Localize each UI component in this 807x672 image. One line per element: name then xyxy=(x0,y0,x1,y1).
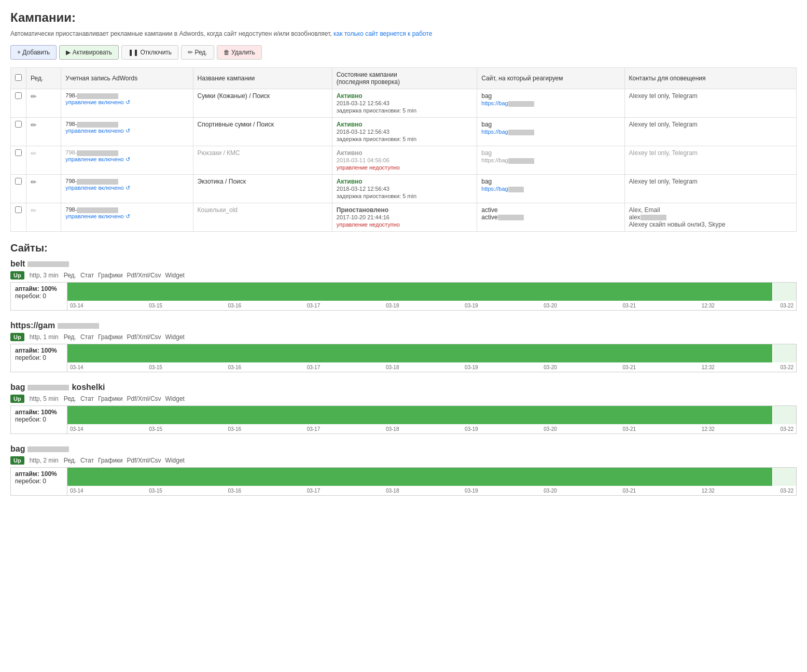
management-link[interactable]: управление включено ↺ xyxy=(65,213,130,219)
row-campaign: Спортивные сумки / Поиск xyxy=(193,118,332,146)
site-link-widget[interactable]: Widget xyxy=(165,333,185,341)
row-edit: ✏ xyxy=(26,146,61,175)
row-checkbox[interactable] xyxy=(15,92,22,99)
monitor-container: аптайм: 100% перебои: 0 03-14 03-15 03-1… xyxy=(10,405,797,434)
monitor-graph: 03-14 03-15 03-16 03-17 03-18 03-19 03-2… xyxy=(67,282,797,311)
pencil-icon[interactable]: ✏ xyxy=(31,206,37,215)
site-link-widget[interactable]: Widget xyxy=(165,457,185,464)
row-checkbox-cell xyxy=(11,89,26,118)
site-links: Ред. Стат Графики Pdf/Xml/Csv Widget xyxy=(64,395,185,402)
redacted-site-name xyxy=(27,385,69,390)
site-link-stat[interactable]: Стат xyxy=(80,333,94,341)
status-badge-up: Up xyxy=(10,333,24,341)
management-link[interactable]: управление включено ↺ xyxy=(65,185,130,191)
row-contacts: Alexey tel only, Telegram xyxy=(624,89,796,118)
select-all-checkbox[interactable] xyxy=(15,74,22,81)
header-checkbox-cell xyxy=(11,68,26,89)
site-info-row: Up http, 2 min Ред. Стат Графики Pdf/Xml… xyxy=(10,456,797,465)
row-contacts: Alexey tel only, Telegram xyxy=(624,118,796,146)
row-account: 798- управление включено ↺ xyxy=(61,89,193,118)
site-link-graphs[interactable]: Графики xyxy=(98,272,123,279)
redacted-site-name xyxy=(58,323,99,329)
uptime-value: аптайм: 100% xyxy=(15,285,63,292)
row-checkbox[interactable] xyxy=(15,206,22,213)
pencil-icon[interactable]: ✏ xyxy=(31,121,37,129)
row-account: 798- управление включено ↺ xyxy=(61,175,193,203)
row-account: 798- управление включено ↺ xyxy=(61,203,193,232)
site-link-widget[interactable]: Widget xyxy=(165,272,185,279)
site-link-pdf[interactable]: Pdf/Xml/Csv xyxy=(127,333,161,341)
subtitle-link[interactable]: как только сайт вернется к работе xyxy=(333,30,432,37)
site-link-graphs[interactable]: Графики xyxy=(98,395,123,402)
row-campaign: Сумки (Кожаные) / Поиск xyxy=(193,89,332,118)
row-contacts: Alexey tel only, Telegram xyxy=(624,175,796,203)
pencil-icon[interactable]: ✏ xyxy=(31,149,37,158)
site-link-graphs[interactable]: Графики xyxy=(98,333,123,341)
site-meta: http, 2 min xyxy=(30,457,59,464)
row-checkbox[interactable] xyxy=(15,178,22,185)
monitor-stats: аптайм: 100% перебои: 0 xyxy=(10,344,67,372)
table-row: ✏ 798- управление включено ↺ Сумки (Кожа… xyxy=(11,89,797,118)
breaks-value: перебои: 0 xyxy=(15,416,63,423)
pencil-icon[interactable]: ✏ xyxy=(31,178,37,186)
site-link-stat[interactable]: Стат xyxy=(80,272,94,279)
page-title: Кампании: xyxy=(10,10,797,25)
site-link-edit[interactable]: Ред. xyxy=(64,457,76,464)
row-account: 798- управление включено ↺ xyxy=(61,146,193,175)
site-link-edit[interactable]: Ред. xyxy=(64,333,76,341)
site-link[interactable]: https://bag xyxy=(481,157,534,163)
management-link[interactable]: управление включено ↺ xyxy=(65,99,130,105)
delete-button[interactable]: 🗑 Удалить xyxy=(217,45,262,60)
deactivate-button[interactable]: ❚❚ Отключить xyxy=(121,45,178,60)
row-status: Приостановлено 2017-10-20 21:44:16 управ… xyxy=(332,203,477,232)
site-link-pdf[interactable]: Pdf/Xml/Csv xyxy=(127,272,161,279)
row-checkbox[interactable] xyxy=(15,121,22,128)
site-link-stat[interactable]: Стат xyxy=(80,395,94,402)
row-status: Активно 2018-03-12 12:56:43 задержка при… xyxy=(332,175,477,203)
site-link-widget[interactable]: Widget xyxy=(165,395,185,402)
row-status: Активно 2018-03-12 12:56:43 задержка при… xyxy=(332,118,477,146)
site-info-row: Up http, 3 min Ред. Стат Графики Pdf/Xml… xyxy=(10,271,797,279)
monitor-stats: аптайм: 100% перебои: 0 xyxy=(10,405,67,434)
site-meta: http, 3 min xyxy=(30,272,59,279)
header-campaign: Название кампании xyxy=(193,68,332,89)
row-checkbox[interactable] xyxy=(15,149,22,156)
monitor-container: аптайм: 100% перебои: 0 03-14 03-15 03-1… xyxy=(10,344,797,372)
site-link[interactable]: https://bag xyxy=(481,186,523,192)
breaks-value: перебои: 0 xyxy=(15,478,63,485)
site-link[interactable]: https://bag xyxy=(481,129,534,135)
header-status: Состояние кампании(последняя проверка) xyxy=(332,68,477,89)
management-link[interactable]: управление включено ↺ xyxy=(65,128,130,134)
row-edit: ✏ xyxy=(26,89,61,118)
activate-button[interactable]: ▶ Активировать xyxy=(59,45,119,60)
table-row: ✏ 798- управление включено ↺ Спортивные … xyxy=(11,118,797,146)
status-badge-up: Up xyxy=(10,395,24,403)
redacted-account xyxy=(77,122,118,128)
uptime-value: аптайм: 100% xyxy=(15,347,63,354)
site-link-pdf[interactable]: Pdf/Xml/Csv xyxy=(127,457,161,464)
site-link-graphs[interactable]: Графики xyxy=(98,457,123,464)
monitor-container: аптайм: 100% перебои: 0 03-14 03-15 03-1… xyxy=(10,467,797,496)
row-status: Активно 2018-03-12 12:56:43 задержка при… xyxy=(332,89,477,118)
campaigns-table: Ред. Учетная запись AdWords Название кам… xyxy=(10,67,797,232)
site-link-edit[interactable]: Ред. xyxy=(64,272,76,279)
site-link-stat[interactable]: Стат xyxy=(80,457,94,464)
status-badge-up: Up xyxy=(10,456,24,465)
monitor-graph: 03-14 03-15 03-16 03-17 03-18 03-19 03-2… xyxy=(67,344,797,372)
row-edit: ✏ xyxy=(26,118,61,146)
site-link-pdf[interactable]: Pdf/Xml/Csv xyxy=(127,395,161,402)
header-contacts: Контакты для оповещения xyxy=(624,68,796,89)
monitor-container: аптайм: 100% перебои: 0 03-14 03-15 03-1… xyxy=(10,282,797,311)
row-site: active active xyxy=(477,203,624,232)
edit-button[interactable]: ✏ Ред. xyxy=(181,45,214,60)
add-button[interactable]: + Добавить xyxy=(10,45,57,60)
pencil-icon[interactable]: ✏ xyxy=(31,92,37,101)
redacted-site-name xyxy=(27,261,69,267)
site-link-edit[interactable]: Ред. xyxy=(64,395,76,402)
row-campaign: Экзотика / Поиск xyxy=(193,175,332,203)
site-meta: http, 1 min xyxy=(30,333,59,341)
management-link[interactable]: управление включено ↺ xyxy=(65,156,130,162)
site-link[interactable]: https://bag xyxy=(481,100,534,106)
breaks-value: перебои: 0 xyxy=(15,354,63,361)
redacted-account xyxy=(77,207,118,213)
